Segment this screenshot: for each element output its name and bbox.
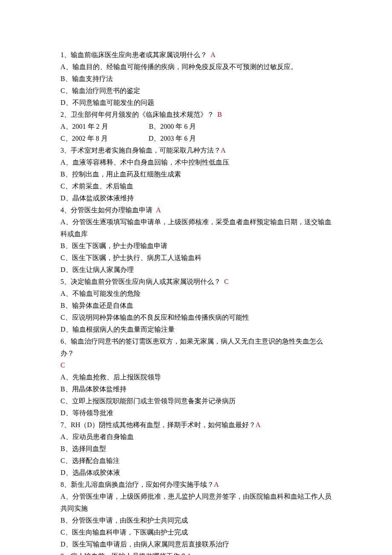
option: A、2001 年 2 月	[61, 123, 108, 130]
option: D、医生写输血申请后，由病人家属同意后直接联系治疗	[61, 538, 332, 550]
option: C、选择配合血输注	[61, 455, 332, 467]
question-stem: 7、RH（D）阴性或其他稀有血型，择期手术时，如何输血最好？	[61, 421, 256, 428]
option: B、医生下医嘱，护士办理输血申请	[61, 240, 332, 252]
option: B、输血支持疗法	[61, 73, 332, 85]
question-stem: 9、病人输血前，医护人员将做哪些工作？	[61, 552, 187, 555]
option: D、等待领导批准	[61, 407, 332, 419]
option-row: A、2001 年 2 月B、2000 年 6 月	[61, 121, 332, 133]
question-text: 8、新生儿溶血病换血治疗，应如何办理实施手续？A	[61, 479, 332, 491]
option: A、分管医生申请，上级医师批准，患儿监护人同意并签字，由医院输血科和血站工作人员…	[61, 491, 332, 515]
option: D、医生让病人家属办理	[61, 264, 332, 276]
answer-key: C	[61, 359, 332, 371]
option: B、输异体血还是自体血	[61, 300, 332, 312]
option-row: C、2002 年 8 月D、2003 年 6 月	[61, 133, 332, 145]
option: A、血液等容稀释、术中自身血回输，术中控制性低血压	[61, 156, 332, 168]
option: D、晶体盐或胶体液维持	[61, 192, 332, 204]
document-page: 1、输血前临床医生应向患者或其家属说明什么？AA、输血目的、经输血可能传播的疾病…	[0, 0, 392, 555]
option: C、输血治疗同意书的鉴定	[61, 85, 332, 97]
question-stem: 4、分管医生如何办理输血申请	[61, 206, 153, 214]
question-text: 6、输血治疗同意书的签订需医患双方，如果无家属，病人又无自主意识的急性失血怎么办…	[61, 335, 332, 359]
answer-key: A	[187, 552, 192, 555]
question-text: 9、病人输血前，医护人员将做哪些工作？A	[61, 550, 332, 555]
option: B、2000 年 6 月	[149, 123, 196, 130]
option: B、分管医生申请，由医生和护士共同完成	[61, 515, 332, 526]
answer-key: A	[221, 147, 226, 154]
question-text: 3、手术室对患者实施自身输血，可能采取几种方法？A	[61, 145, 332, 156]
option: A、输血目的、经输血可能传播的疾病，同种免疫反应及不可预测的过敏反应。	[61, 61, 332, 73]
question-stem: 3、手术室对患者实施自身输血，可能采取几种方法？	[61, 147, 221, 154]
option: C、医生下医嘱，护士执行、病房工人送输血科	[61, 252, 332, 264]
question-stem: 2、卫生部何年何月颁发的《临床输血技术规范》？	[61, 111, 214, 118]
option: D、2003 年 6 月	[149, 135, 196, 142]
option: C、医生向输血科申请，下医嘱由护士完成	[61, 526, 332, 538]
question-stem: 5、决定输血前分管医生应向病人或其家属说明什么？	[61, 278, 221, 285]
option: C、立即上报医院职能部门或主管领导同意备案并记录病历	[61, 395, 332, 407]
answer-key: A	[156, 206, 161, 214]
question-list: 1、输血前临床医生应向患者或其家属说明什么？AA、输血目的、经输血可能传播的疾病…	[61, 49, 332, 555]
option: C、术前采血、术后输血	[61, 180, 332, 192]
question-stem: 8、新生儿溶血病换血治疗，应如何办理实施手续？	[61, 481, 214, 488]
option: D、输血根据病人的失血量而定输注量	[61, 324, 332, 335]
option: D、不同意输血可能发生的问题	[61, 97, 332, 109]
answer-key: B	[217, 111, 222, 118]
option: B、用晶体胶体盐维持	[61, 383, 332, 395]
question-stem: 6、输血治疗同意书的签订需医患双方，如果无家属，病人又无自主意识的急性失血怎么办…	[61, 338, 323, 357]
option: B、控制出血，用止血药及红细胞生成素	[61, 168, 332, 180]
question-text: 4、分管医生如何办理输血申请A	[61, 204, 332, 216]
option: A、先输血抢救、后上报医院领导	[61, 371, 332, 383]
question-text: 1、输血前临床医生应向患者或其家属说明什么？A	[61, 49, 332, 61]
question-text: 5、决定输血前分管医生应向病人或其家属说明什么？C	[61, 276, 332, 288]
option: B、选择同血型	[61, 443, 332, 455]
answer-key: C	[224, 278, 229, 285]
option: A、分管医生逐项填写输血申请单，上级医师核准，采受血者血样预定输血日期，送交输血…	[61, 216, 332, 240]
option: D、选晶体或胶体液	[61, 467, 332, 479]
option: A、不输血可能发生的危险	[61, 288, 332, 300]
answer-key: A	[256, 421, 261, 428]
option: C、2002 年 8 月	[61, 135, 108, 142]
option: A、应动员患者自身输血	[61, 431, 332, 443]
question-stem: 1、输血前临床医生应向患者或其家属说明什么？	[61, 51, 207, 58]
answer-key: A	[214, 481, 219, 488]
option: C、应说明同种异体输血的不良反应和经输血传播疾病的可能性	[61, 312, 332, 324]
question-text: 2、卫生部何年何月颁发的《临床输血技术规范》？B	[61, 109, 332, 121]
question-text: 7、RH（D）阴性或其他稀有血型，择期手术时，如何输血最好？A	[61, 419, 332, 431]
answer-key: A	[210, 51, 216, 58]
